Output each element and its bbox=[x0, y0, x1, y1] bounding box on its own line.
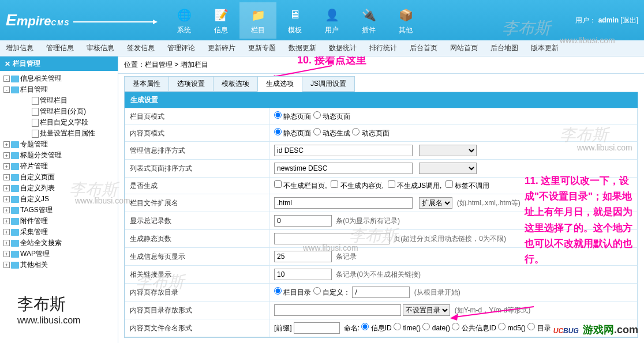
dir-column-radio[interactable] bbox=[274, 287, 282, 295]
related-links-input[interactable] bbox=[274, 269, 332, 280]
tree-node[interactable]: + TAGS管理 bbox=[1, 205, 117, 216]
no-js-checkbox[interactable] bbox=[388, 180, 395, 188]
tree-node[interactable]: + 附件管理 bbox=[1, 216, 117, 227]
tab[interactable]: 模板选项 bbox=[213, 76, 258, 92]
content: 位置：栏目管理 > 增加栏目 基本属性选项设置模板选项生成选项JS调用设置 生成… bbox=[118, 56, 644, 343]
row-label: 生成信息每页显示 bbox=[125, 248, 269, 266]
per-page-input[interactable] bbox=[274, 251, 332, 262]
name-infoid-radio[interactable] bbox=[361, 323, 369, 330]
tree-node[interactable]: + 自定义列表 bbox=[1, 183, 117, 194]
row-label: 内容页模式 bbox=[125, 125, 269, 142]
tree-node[interactable]: - 栏目管理 bbox=[1, 84, 117, 95]
tree-node[interactable]: 管理栏目(分页) bbox=[1, 106, 117, 117]
no-tag-checkbox[interactable] bbox=[445, 180, 453, 188]
list-sort-select[interactable] bbox=[419, 163, 477, 174]
tree-node[interactable]: + 自定义JS bbox=[1, 194, 117, 205]
tree-node[interactable]: + 碎片管理 bbox=[1, 161, 117, 172]
nav-系统[interactable]: 🌐系统 bbox=[166, 2, 203, 39]
row-label: 内容页存放目录 bbox=[125, 284, 269, 301]
ext-input[interactable] bbox=[274, 197, 413, 209]
nav-模板[interactable]: 🖥模板 bbox=[276, 2, 313, 39]
name-pubid-radio[interactable] bbox=[452, 323, 459, 330]
tree-node[interactable]: 管理栏目 bbox=[1, 95, 117, 106]
nav-用户[interactable]: 👤用户 bbox=[313, 2, 350, 39]
menu-item[interactable]: 数据统计 bbox=[329, 43, 357, 53]
menu-item[interactable]: 更新专题 bbox=[248, 43, 276, 53]
admin-sort-input[interactable] bbox=[274, 145, 413, 156]
signature: 李布斯 www.libusi.com bbox=[17, 293, 80, 326]
tree-node[interactable]: + 其他相关 bbox=[1, 259, 117, 270]
tab[interactable]: 选项设置 bbox=[169, 76, 214, 92]
no-column-checkbox[interactable] bbox=[274, 180, 282, 188]
menu-item[interactable]: 签发信息 bbox=[127, 43, 155, 53]
admin-sort-select[interactable] bbox=[419, 145, 477, 156]
tab[interactable]: 生成选项 bbox=[257, 76, 302, 92]
tab[interactable]: 基本属性 bbox=[124, 76, 169, 92]
menu-item[interactable]: 增加信息 bbox=[6, 43, 33, 53]
user-area: 用户： admin [退出] bbox=[575, 16, 638, 25]
dir-custom-radio[interactable] bbox=[313, 287, 321, 295]
name-time-radio[interactable] bbox=[394, 323, 401, 330]
tree-node[interactable]: 栏目自定义字段 bbox=[1, 117, 117, 128]
name-date-radio[interactable] bbox=[422, 323, 430, 330]
static-pages-input[interactable] bbox=[274, 233, 390, 244]
menu-bar: 增加信息管理信息审核信息签发信息管理评论更新碎片更新专题数据更新数据统计排行统计… bbox=[0, 40, 644, 56]
row-label: 相关链接显示 bbox=[125, 266, 269, 284]
row-label: 列表式页面排序方式 bbox=[125, 160, 269, 178]
menu-item[interactable]: 更新碎片 bbox=[208, 43, 235, 53]
menu-item[interactable]: 网站首页 bbox=[450, 43, 478, 53]
tree-node[interactable]: + 自定义页面 bbox=[1, 172, 117, 183]
tree-node[interactable]: 批量设置栏目属性 bbox=[1, 128, 117, 139]
dir-custom-input[interactable] bbox=[352, 287, 410, 298]
content-dyngen-radio[interactable] bbox=[313, 128, 321, 135]
row-label: 显示总记录数 bbox=[125, 212, 269, 230]
no-content-checkbox[interactable] bbox=[331, 180, 338, 188]
content-static-radio[interactable] bbox=[274, 128, 282, 135]
tree-node[interactable]: + 采集管理 bbox=[1, 227, 117, 238]
close-icon[interactable]: ✕ bbox=[5, 60, 10, 68]
main-area: ✕ 栏目管理 - 信息相关管理- 栏目管理 管理栏目 管理栏目(分页) 栏目自定… bbox=[0, 56, 644, 343]
nav-栏目[interactable]: 📁栏目 bbox=[239, 2, 276, 39]
total-records-input[interactable] bbox=[274, 215, 332, 227]
row-label: 内容页文件命名形式 bbox=[125, 319, 269, 337]
menu-item[interactable]: 管理评论 bbox=[167, 43, 195, 53]
nav-信息[interactable]: 📝信息 bbox=[203, 2, 239, 39]
menu-item[interactable]: 数据更新 bbox=[289, 43, 316, 53]
tab[interactable]: JS调用设置 bbox=[302, 76, 355, 92]
ucbug-logo: UCBUG 游戏网.com bbox=[553, 319, 638, 337]
dir-format-input[interactable] bbox=[274, 304, 401, 316]
menu-item[interactable]: 版本更新 bbox=[531, 43, 559, 53]
row-value: 静态页面 动态页面 bbox=[269, 108, 638, 125]
menu-item[interactable]: 后台首页 bbox=[410, 43, 437, 53]
menu-item[interactable]: 管理信息 bbox=[46, 43, 74, 53]
dir-format-select[interactable]: 不设置目录 bbox=[403, 304, 450, 316]
menu-item[interactable]: 后台地图 bbox=[491, 43, 518, 53]
row-label: 栏目页模式 bbox=[125, 108, 269, 125]
user-label: 用户： bbox=[575, 16, 596, 24]
username: admin bbox=[598, 16, 619, 24]
content-dynamic-radio[interactable] bbox=[352, 128, 360, 135]
nav-插件[interactable]: 🔌插件 bbox=[350, 2, 387, 39]
list-sort-input[interactable] bbox=[274, 163, 413, 174]
tree-node[interactable]: + 专题管理 bbox=[1, 139, 117, 150]
tree-node[interactable]: + WAP管理 bbox=[1, 248, 117, 259]
prefix-input[interactable] bbox=[294, 322, 340, 334]
menu-item[interactable]: 排行统计 bbox=[369, 43, 397, 53]
menu-item[interactable]: 审核信息 bbox=[87, 43, 114, 53]
name-dir-radio[interactable] bbox=[527, 323, 535, 330]
static-page-radio[interactable] bbox=[274, 111, 282, 119]
ext-select[interactable]: 扩展名 bbox=[419, 197, 452, 209]
main-nav: 🌐系统📝信息📁栏目🖥模板👤用户🔌插件📦其他 bbox=[166, 2, 424, 39]
row-label: 管理信息排序方式 bbox=[125, 142, 269, 160]
row-value: 静态页面 动态生成 动态页面 bbox=[269, 125, 638, 142]
tabs: 基本属性选项设置模板选项生成选项JS调用设置 bbox=[124, 76, 644, 92]
tree-node[interactable]: - 信息相关管理 bbox=[1, 73, 117, 84]
logout-link[interactable]: [退出] bbox=[620, 16, 638, 24]
dynamic-page-radio[interactable] bbox=[313, 111, 321, 119]
name-md5-radio[interactable] bbox=[498, 323, 506, 330]
row-label: 是否生成 bbox=[125, 178, 269, 194]
nav-其他[interactable]: 📦其他 bbox=[387, 2, 424, 39]
logo: EEmpireCMSmpireCMS bbox=[6, 11, 166, 29]
tree-node[interactable]: + 标题分类管理 bbox=[1, 150, 117, 161]
tree-node[interactable]: + 全站全文搜索 bbox=[1, 238, 117, 248]
